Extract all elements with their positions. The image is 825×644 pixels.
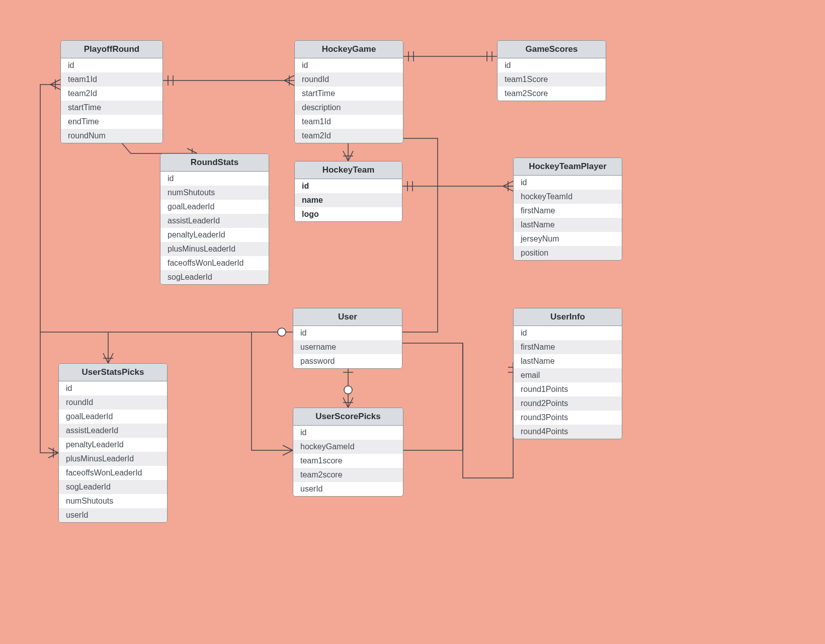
entity-field: id bbox=[295, 58, 403, 72]
entity-field: id bbox=[59, 381, 167, 395]
entity-field: id bbox=[293, 326, 402, 340]
entity-field: firstName bbox=[514, 204, 622, 218]
entity-header: HockeyTeamPlayer bbox=[514, 158, 622, 176]
entity-field: password bbox=[293, 354, 402, 368]
entity-field: startTime bbox=[61, 101, 162, 115]
entity-header: GameScores bbox=[498, 41, 606, 58]
svg-line-47 bbox=[48, 453, 58, 458]
svg-line-3 bbox=[284, 75, 294, 80]
svg-line-4 bbox=[284, 80, 294, 86]
entity-field: position bbox=[514, 246, 622, 260]
entity-field: email bbox=[514, 368, 622, 382]
svg-line-46 bbox=[48, 448, 58, 453]
entity-field: goalLeaderId bbox=[59, 410, 167, 424]
entity-roundstats: RoundStats id numShutouts goalLeaderId a… bbox=[160, 153, 269, 285]
entity-field: faceoffsWonLeaderId bbox=[160, 256, 269, 270]
svg-point-36 bbox=[278, 328, 286, 336]
entity-field: goalLeaderId bbox=[160, 200, 269, 214]
entity-header: HockeyTeam bbox=[295, 162, 402, 179]
svg-line-38 bbox=[50, 85, 60, 90]
entity-field: userId bbox=[293, 482, 403, 496]
entity-field: id bbox=[514, 326, 622, 340]
entity-field: firstName bbox=[514, 340, 622, 354]
entity-header: UserScorePicks bbox=[293, 408, 403, 426]
entity-field: roundId bbox=[59, 395, 167, 410]
entity-field: faceoffsWonLeaderId bbox=[59, 466, 167, 480]
entity-header: UserStatsPicks bbox=[59, 364, 167, 381]
svg-line-44 bbox=[348, 397, 353, 408]
entity-field: lastName bbox=[514, 218, 622, 232]
entity-field: username bbox=[293, 340, 402, 354]
entity-field: round1Points bbox=[514, 382, 622, 396]
entity-field: team1score bbox=[293, 454, 403, 468]
entity-field: userId bbox=[59, 508, 167, 522]
svg-point-41 bbox=[344, 386, 352, 394]
entity-header: RoundStats bbox=[160, 154, 269, 172]
entity-field: id bbox=[514, 176, 622, 190]
entity-hockeygame: HockeyGame id roundId startTime descript… bbox=[294, 40, 403, 143]
entity-field: endTime bbox=[61, 115, 162, 129]
entity-hockeyteam: HockeyTeam id name logo bbox=[294, 161, 402, 222]
entity-field: team1Score bbox=[498, 72, 606, 87]
entity-field: roundNum bbox=[61, 129, 162, 143]
entity-field: team2Id bbox=[61, 87, 162, 101]
entity-field: id bbox=[61, 58, 162, 72]
entity-header: User bbox=[293, 308, 402, 326]
svg-line-24 bbox=[503, 181, 513, 186]
svg-line-37 bbox=[50, 79, 60, 85]
svg-line-43 bbox=[343, 397, 348, 408]
entity-userstatspicks: UserStatsPicks id roundId goalLeaderId a… bbox=[58, 363, 168, 523]
entity-field: id bbox=[293, 426, 403, 440]
entity-field: startTime bbox=[295, 87, 403, 101]
entity-field: team2Score bbox=[498, 87, 606, 101]
entity-field: id bbox=[160, 172, 269, 186]
entity-field: plusMinusLeaderId bbox=[59, 452, 167, 466]
entity-gamescores: GameScores id team1Score team2Score bbox=[497, 40, 606, 101]
entity-field: round3Points bbox=[514, 411, 622, 425]
svg-line-18 bbox=[343, 151, 348, 161]
svg-line-49 bbox=[103, 353, 108, 363]
entity-field: team1Id bbox=[295, 115, 403, 129]
entity-field: hockeyGameId bbox=[293, 440, 403, 454]
entity-hockeyteamplayer: HockeyTeamPlayer id hockeyTeamId firstNa… bbox=[513, 157, 622, 261]
svg-line-13 bbox=[187, 148, 197, 153]
entity-field: round4Points bbox=[514, 425, 622, 439]
svg-line-55 bbox=[283, 445, 293, 450]
svg-line-50 bbox=[108, 353, 113, 363]
entity-field: logo bbox=[295, 207, 402, 221]
entity-field: hockeyTeamId bbox=[514, 190, 622, 204]
entity-playoffround: PlayoffRound id team1Id team2Id startTim… bbox=[60, 40, 163, 143]
entity-userscorepicks: UserScorePicks id hockeyGameId team1scor… bbox=[293, 408, 403, 497]
entity-field: team1Id bbox=[61, 72, 162, 87]
svg-line-56 bbox=[283, 450, 293, 455]
entity-field: sogLeaderId bbox=[59, 480, 167, 494]
svg-line-25 bbox=[503, 186, 513, 191]
entity-field: name bbox=[295, 193, 402, 207]
entity-field: team2Id bbox=[295, 129, 403, 143]
entity-field: numShutouts bbox=[160, 186, 269, 200]
entity-field: penaltyLeaderId bbox=[160, 228, 269, 242]
entity-field: assistLeaderId bbox=[160, 214, 269, 228]
entity-field: id bbox=[295, 179, 402, 193]
entity-field: description bbox=[295, 101, 403, 115]
entity-field: roundId bbox=[295, 72, 403, 87]
entity-header: PlayoffRound bbox=[61, 41, 162, 58]
entity-field: id bbox=[498, 58, 606, 72]
entity-field: lastName bbox=[514, 354, 622, 368]
entity-user: User id username password bbox=[293, 308, 402, 369]
entity-field: numShutouts bbox=[59, 494, 167, 508]
entity-field: jerseyNum bbox=[514, 232, 622, 246]
er-diagram-canvas: PlayoffRound id team1Id team2Id startTim… bbox=[0, 0, 825, 644]
entity-userinfo: UserInfo id firstName lastName email rou… bbox=[513, 308, 622, 439]
svg-line-19 bbox=[348, 151, 353, 161]
entity-header: UserInfo bbox=[514, 308, 622, 326]
entity-field: assistLeaderId bbox=[59, 424, 167, 438]
entity-header: HockeyGame bbox=[295, 41, 403, 58]
entity-field: round2Points bbox=[514, 396, 622, 411]
entity-field: team2score bbox=[293, 468, 403, 482]
entity-field: sogLeaderId bbox=[160, 270, 269, 284]
entity-field: penaltyLeaderId bbox=[59, 438, 167, 452]
entity-field: plusMinusLeaderId bbox=[160, 242, 269, 256]
